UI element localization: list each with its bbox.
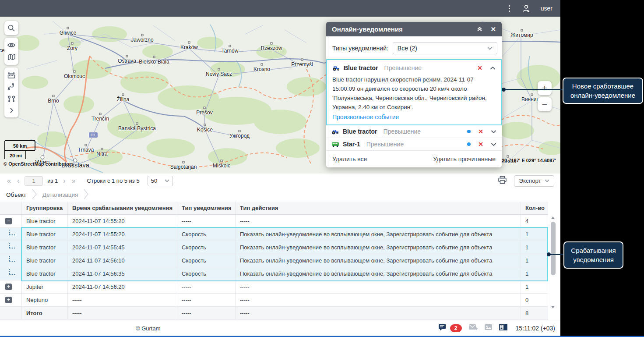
expand-group-icon[interactable]: + [5,284,12,290]
cell-action: Показать онлайн-уведомление во всплывающ… [236,267,521,280]
callout-triggerings: Срабатывания уведомления [563,241,623,269]
table-row[interactable]: +Neptuno---------------0 [0,294,548,307]
delete-read-link[interactable]: Удалить прочитанные [433,156,496,163]
notifications-icon[interactable] [438,323,447,333]
table-scrollbar[interactable] [550,216,556,309]
chevron-down-icon[interactable] [491,140,496,148]
map-icon[interactable] [7,53,16,62]
chevron-down-icon[interactable] [491,128,496,135]
header-time[interactable]: Время срабатывания уведомления [68,202,177,214]
chevron-up-icon[interactable] [490,64,496,72]
city-marker [507,156,509,158]
city-label: Nowy Sącz [206,71,232,77]
print-icon[interactable] [498,176,507,186]
delete-notification-icon[interactable]: ✕ [477,64,482,71]
search-icon[interactable] [7,24,16,32]
close-popup-icon[interactable]: ✕ [490,25,496,33]
tab-detailing[interactable]: Детализация [41,192,80,198]
page-size-select[interactable]: 50 [148,176,173,186]
city-label: Miskolc [213,163,230,169]
city-label: Ostrava [118,58,136,64]
first-page-button[interactable]: « [6,177,12,185]
city-marker [153,56,155,58]
table-row[interactable]: Blue tractor2024-11-07 14:56:10СкоростьП… [0,254,548,267]
collapse-group-icon[interactable]: − [5,218,12,224]
header-action[interactable]: Тип действия [236,202,521,214]
cell-group: Blue tractor [22,241,68,254]
export-button[interactable]: Экспорт [514,175,554,187]
user-icon[interactable] [521,4,531,13]
zoom-in-button[interactable]: + [538,81,552,95]
scroll-up-icon[interactable] [551,216,555,219]
city-label: Kraków [180,44,198,50]
notification-row[interactable]: Blue tractorПревышение✕ [326,125,502,138]
callout-new-notification: Новое сработавшее онлайн-уведомление [563,78,643,104]
panel-layout-icon[interactable] [499,324,507,332]
notification-event-type: Превышение [384,64,422,71]
prev-page-button[interactable]: ‹ [16,177,20,185]
zoom-out-button[interactable]: − [538,97,552,111]
chevron-down-icon [545,179,549,182]
last-page-button[interactable]: » [71,177,77,185]
city-label: Olomouc [64,73,85,79]
cell-group: Jupiter [22,280,68,293]
table-row[interactable]: +Jupiter2024-11-07 14:56:20----------1 [0,280,548,294]
cell-time: 2024-11-07 14:56:20 [68,280,177,293]
collapse-popup-icon[interactable] [477,25,482,33]
table-row[interactable]: Blue tractor2024-11-07 14:55:20СкоростьП… [0,228,548,241]
popup-header[interactable]: Онлайн-уведомления ✕ [326,22,502,36]
notification-event-type: Превышение [384,128,421,135]
table-row[interactable]: Blue tractor2024-11-07 14:55:45СкоростьП… [0,241,548,254]
cell-time: 2024-11-07 14:56:10 [68,254,177,267]
delete-notification-icon[interactable]: ✕ [478,128,483,135]
city-label: Brno [48,98,59,104]
road-shield-d1: D1 [88,132,98,138]
clock-label: 15:11:02 (+03) [516,325,555,332]
scroll-down-icon[interactable] [551,306,555,309]
header-count[interactable]: Кол-во [521,202,548,214]
messages-icon[interactable] [468,324,478,332]
table-row[interactable]: Blue tractor2024-11-07 14:56:35СкоростьП… [0,267,548,280]
tab-object[interactable]: Объект [4,192,28,198]
ruler-icon[interactable] [7,71,16,79]
delete-all-link[interactable]: Удалить все [332,156,367,163]
table-row[interactable]: Итого---------------8 [0,307,548,320]
notification-count-badge[interactable]: 2 [450,324,462,332]
city-marker [126,55,128,57]
scrollbar-thumb[interactable] [551,222,556,275]
top-bar: user [0,0,560,17]
unit-name: Blue tractor [343,128,377,135]
expanded-notification-card[interactable]: Blue tractor Превышение ✕ Blue tractor н… [326,59,502,125]
cell-action: ----- [236,294,521,306]
next-page-button[interactable]: › [62,177,66,185]
notification-row[interactable]: Star-1Превышение✕ [326,138,502,151]
eye-icon[interactable] [7,41,16,50]
user-menu[interactable]: user [541,5,553,12]
header-type[interactable]: Тип уведомления [177,202,236,214]
notification-list: Blue tractorПревышение✕Star-1Превышение✕ [326,125,502,151]
cell-group: Blue tractor [22,267,68,280]
route-icon[interactable] [7,82,16,91]
city-marker [71,43,74,45]
custom-event-link[interactable]: Произвольное событие [332,114,399,121]
header-group[interactable]: Группировка [22,202,68,214]
chevron-right-icon[interactable] [7,106,15,114]
delete-notification-icon[interactable]: ✕ [478,141,483,148]
notification-types-value: Все (2) [398,45,417,52]
cell-action: Показать онлайн-уведомление во всплывающ… [236,228,521,241]
city-label: Prešov [196,110,212,116]
kebab-menu-icon[interactable] [507,4,512,14]
notification-types-select[interactable]: Все (2) [393,42,497,54]
media-icon[interactable] [484,324,493,332]
expand-group-icon[interactable]: + [5,297,12,303]
table-row[interactable]: −Blue tractor2024-11-07 14:55:20--------… [0,215,548,228]
waypoints-icon[interactable] [7,95,16,103]
cell-count: 4 [521,215,548,227]
page-number-input[interactable]: 1 [25,176,43,186]
city-label: Житомир [510,32,533,38]
callout-connector-dot [502,88,506,92]
city-label: Tarnów [222,48,239,54]
cell-group: Blue tractor [22,228,68,241]
table-header-row: Группировка Время срабатывания уведомлен… [0,202,548,215]
city-marker [101,148,103,150]
